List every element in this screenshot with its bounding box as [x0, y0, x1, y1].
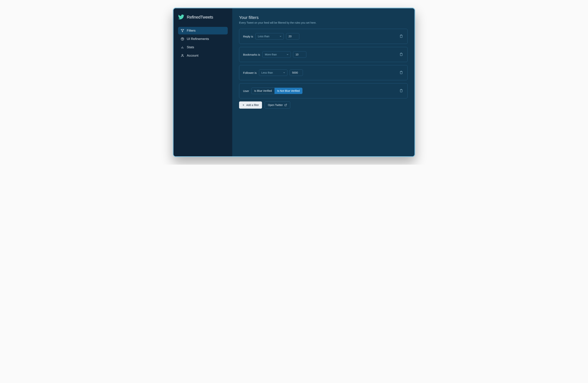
filter-row-reply: Reply is Less than — [239, 29, 408, 44]
sidebar-item-label: Stats — [187, 45, 194, 49]
add-filter-label: Add a filter — [246, 103, 259, 107]
filter-label: Bookmarks is — [243, 53, 260, 56]
delete-filter-button[interactable] — [399, 88, 404, 94]
brand: RefinedTweets — [178, 14, 228, 20]
comparator-select[interactable]: Less than — [259, 69, 287, 76]
svg-point-2 — [182, 38, 182, 39]
page-subtitle: Every Tweet on your feed will be filtere… — [239, 21, 408, 24]
sidebar-nav: Filters UI Refinements Stats — [178, 27, 228, 59]
filter-row-user: User Is Blue Verified Is Not Blue Verifi… — [239, 83, 408, 98]
filter-row-follower: Follower is Less than — [239, 65, 408, 80]
svg-marker-0 — [181, 29, 184, 32]
delete-filter-button[interactable] — [399, 34, 404, 39]
filter-value-input[interactable] — [286, 33, 299, 39]
filter-value-input[interactable] — [293, 51, 306, 58]
trash-icon — [399, 53, 403, 56]
svg-point-3 — [182, 38, 183, 38]
delete-filter-button[interactable] — [399, 70, 404, 76]
add-filter-button[interactable]: Add a filter — [239, 101, 262, 109]
toggle-option-not-verified[interactable]: Is Not Blue Verified — [274, 88, 302, 94]
comparator-select-wrapper: More than — [262, 51, 291, 58]
filter-label: Follower is — [243, 71, 257, 74]
external-link-icon — [284, 104, 287, 106]
trash-icon — [399, 35, 403, 38]
trash-icon — [399, 89, 403, 92]
comparator-select-wrapper: Less than — [259, 69, 287, 76]
svg-point-4 — [183, 38, 183, 39]
app-window: RefinedTweets Filters UI Refinements — [173, 8, 415, 157]
open-twitter-label: Open Twitter — [268, 103, 283, 107]
svg-point-8 — [182, 54, 183, 56]
sidebar: RefinedTweets Filters UI Refinements — [173, 8, 232, 156]
filter-row-bookmarks: Bookmarks is More than — [239, 47, 408, 62]
sidebar-item-ui-refinements[interactable]: UI Refinements — [178, 35, 228, 43]
sidebar-item-label: Filters — [187, 29, 195, 33]
palette-icon — [181, 37, 184, 41]
sidebar-item-filters[interactable]: Filters — [178, 27, 228, 35]
sidebar-item-account[interactable]: Account — [178, 52, 228, 59]
sidebar-item-label: Account — [187, 54, 198, 57]
open-twitter-button[interactable]: Open Twitter — [265, 101, 290, 109]
user-icon — [181, 54, 184, 57]
sidebar-item-stats[interactable]: Stats — [178, 43, 228, 51]
filter-label: User — [243, 89, 249, 93]
comparator-select[interactable]: More than — [262, 51, 291, 58]
comparator-select-wrapper: Less than — [255, 33, 284, 39]
main-content: Your filters Every Tweet on your feed wi… — [232, 8, 415, 156]
filter-icon — [181, 29, 184, 32]
actions-row: Add a filter Open Twitter — [239, 101, 408, 109]
chart-icon — [181, 46, 184, 49]
brand-name: RefinedTweets — [187, 15, 213, 20]
trash-icon — [399, 71, 403, 74]
plus-icon — [242, 104, 245, 106]
comparator-select[interactable]: Less than — [255, 33, 284, 39]
toggle-group: Is Blue Verified Is Not Blue Verified — [251, 88, 303, 94]
svg-line-11 — [285, 104, 287, 105]
bird-logo-icon — [178, 14, 185, 20]
filter-value-input[interactable] — [290, 69, 303, 76]
sidebar-item-label: UI Refinements — [187, 37, 209, 41]
page-title: Your filters — [239, 15, 408, 20]
delete-filter-button[interactable] — [399, 52, 404, 57]
filter-label: Reply is — [243, 35, 253, 38]
toggle-option-is-verified[interactable]: Is Blue Verified — [252, 88, 274, 94]
